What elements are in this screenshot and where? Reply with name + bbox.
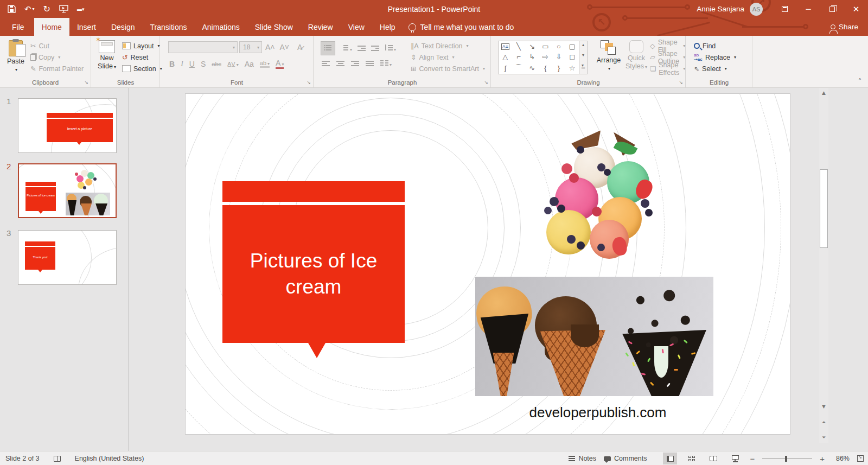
zoom-out-button[interactable]: −: [750, 454, 755, 463]
slide-1-thumbnail[interactable]: Insert a picture: [18, 98, 117, 153]
shapes-scroll-up-icon[interactable]: ▴: [582, 42, 584, 47]
zoom-slider-thumb[interactable]: [785, 456, 787, 462]
comments-button[interactable]: Comments: [604, 455, 647, 462]
tab-file[interactable]: File: [2, 18, 34, 36]
columns-button[interactable]: ▾: [380, 59, 392, 68]
tab-design[interactable]: Design: [104, 18, 143, 36]
align-center-icon[interactable]: [336, 60, 344, 67]
normal-view-button[interactable]: [663, 453, 677, 464]
replace-button[interactable]: ab⇢acReplace▾: [694, 52, 736, 63]
slide-3-thumbnail[interactable]: Thank you!: [18, 230, 117, 285]
shape-rectangle-icon[interactable]: ▭: [542, 42, 548, 50]
paste-button[interactable]: Paste ▾: [4, 40, 27, 74]
decrease-font-size-button[interactable]: A˅: [278, 43, 291, 52]
slide-title[interactable]: Pictures of Ice cream: [232, 248, 395, 300]
slide-caption-text[interactable]: developerpublish.com: [478, 404, 717, 421]
font-size-combobox[interactable]: 18▾: [239, 41, 262, 53]
character-spacing-button[interactable]: A̲V̲▾: [227, 61, 239, 67]
slide-editing-surface[interactable]: Pictures of Ice cream: [186, 94, 790, 434]
next-slide-icon[interactable]: ⏷: [819, 433, 828, 442]
shape-right-brace-icon[interactable]: }: [558, 64, 560, 72]
shapes-gallery[interactable]: A≡ ╲ ↘ ▭ ○ ▢ △ ⌐ ↳ ⇨ ⇩ ◻ ʃ ⌒ ∿ { } ☆: [498, 41, 579, 74]
shadow-button[interactable]: S: [201, 60, 206, 68]
increase-font-size-button[interactable]: A˄: [264, 43, 277, 52]
restore-button[interactable]: [820, 0, 844, 18]
tab-transitions[interactable]: Transitions: [143, 18, 195, 36]
shape-left-brace-icon[interactable]: {: [544, 64, 546, 72]
slide-thumbnail-panel[interactable]: 1 Insert a picture 2 Pictures of Ice cre…: [0, 88, 129, 451]
decrease-indent-icon[interactable]: [358, 45, 366, 52]
shape-line-icon[interactable]: ╲: [516, 42, 521, 50]
collapse-ribbon-icon[interactable]: ˄: [858, 78, 861, 85]
spell-check-icon[interactable]: [54, 456, 61, 462]
shape-star-icon[interactable]: ☆: [569, 64, 576, 72]
tell-me-box[interactable]: Tell me what you want to do: [403, 18, 520, 36]
close-button[interactable]: ✕: [844, 0, 868, 18]
ribbon-display-options-icon[interactable]: [773, 0, 796, 18]
align-left-icon[interactable]: [322, 60, 330, 67]
shape-corner-icon[interactable]: ◻: [569, 53, 575, 61]
drawing-dialog-launcher-icon[interactable]: ↘: [679, 80, 683, 85]
strikethrough-button[interactable]: abc: [212, 61, 221, 67]
tab-slide-show[interactable]: Slide Show: [247, 18, 301, 36]
clipboard-dialog-launcher-icon[interactable]: ↘: [84, 80, 88, 85]
shape-scribble-icon[interactable]: ʃ: [505, 64, 506, 72]
shape-arrow-icon[interactable]: ↘: [529, 42, 535, 50]
justify-icon[interactable]: [366, 60, 374, 67]
shape-triangle-icon[interactable]: △: [502, 53, 508, 61]
shapes-gallery-scrollbar[interactable]: ▴ ▾ ▾▔: [579, 41, 588, 74]
title-callout[interactable]: Pictures of Ice cream: [222, 205, 405, 343]
cut-button[interactable]: ✂Cut: [30, 40, 84, 52]
shape-right-arrow-icon[interactable]: ⇨: [542, 53, 548, 61]
shape-effects-button[interactable]: ❏Shape Effects▾: [650, 63, 685, 74]
change-case-button[interactable]: Aa: [245, 60, 254, 68]
highlight-color-button[interactable]: ab▾: [260, 60, 270, 68]
slide-indicator[interactable]: Slide 2 of 3: [5, 455, 40, 462]
new-slide-button[interactable]: New Slide▾: [95, 40, 119, 71]
tab-review[interactable]: Review: [301, 18, 341, 36]
bullets-button[interactable]: [321, 41, 335, 55]
format-painter-button[interactable]: ✎Format Painter: [30, 63, 84, 74]
slide-2-thumbnail[interactable]: Pictures of Ice cream: [18, 163, 117, 218]
shapes-scroll-down-icon[interactable]: ▾: [582, 53, 584, 58]
paragraph-dialog-launcher-icon[interactable]: ↘: [484, 80, 488, 85]
shapes-more-icon[interactable]: ▾▔: [582, 63, 585, 73]
quick-styles-button[interactable]: Quick Styles▾: [624, 40, 649, 71]
notes-button[interactable]: Notes: [569, 455, 596, 462]
minimize-button[interactable]: ─: [796, 0, 820, 18]
fit-slide-to-window-icon[interactable]: [857, 455, 864, 462]
user-name[interactable]: Annie Sanjana: [697, 5, 744, 13]
shape-curve-icon[interactable]: ∿: [529, 64, 535, 72]
bold-button[interactable]: B: [169, 60, 175, 68]
language-indicator[interactable]: English (United States): [75, 455, 144, 462]
reading-view-button[interactable]: [706, 453, 720, 464]
shape-elbow-arrow-icon[interactable]: ↳: [529, 53, 535, 61]
align-right-icon[interactable]: [351, 60, 359, 67]
tab-help[interactable]: Help: [372, 18, 403, 36]
shape-elbow-icon[interactable]: ⌐: [516, 53, 521, 61]
font-color-button[interactable]: A▾: [276, 59, 284, 69]
zoom-slider[interactable]: [762, 458, 812, 459]
scrollbar-thumb[interactable]: [820, 169, 828, 248]
tab-view[interactable]: View: [341, 18, 372, 36]
ice-cream-scoops-image[interactable]: [545, 133, 651, 250]
avatar[interactable]: AS: [750, 3, 763, 16]
callout-top-bar[interactable]: [222, 181, 405, 202]
italic-button[interactable]: I: [181, 60, 183, 68]
slide-show-button[interactable]: [728, 453, 742, 464]
align-text-button[interactable]: ⇕Align Text▾: [411, 52, 485, 63]
shape-oval-icon[interactable]: ○: [557, 42, 561, 50]
reset-button[interactable]: ↺Reset: [122, 52, 162, 63]
line-spacing-button[interactable]: ▾: [385, 43, 396, 53]
numbering-button[interactable]: ▾: [341, 43, 352, 53]
section-button[interactable]: Section▾: [122, 63, 162, 74]
ice-cream-cones-photo[interactable]: [475, 277, 713, 396]
tab-insert[interactable]: Insert: [69, 18, 104, 36]
underline-button[interactable]: U: [189, 60, 195, 68]
zoom-in-button[interactable]: +: [820, 454, 825, 463]
layout-button[interactable]: Layout▾: [122, 40, 162, 52]
increase-indent-icon[interactable]: [371, 45, 379, 52]
previous-slide-icon[interactable]: ⏶: [819, 418, 828, 427]
vertical-scrollbar[interactable]: ▲ ▼ ⏶ ⏷: [819, 88, 828, 443]
shape-down-arrow-icon[interactable]: ⇩: [556, 53, 562, 61]
